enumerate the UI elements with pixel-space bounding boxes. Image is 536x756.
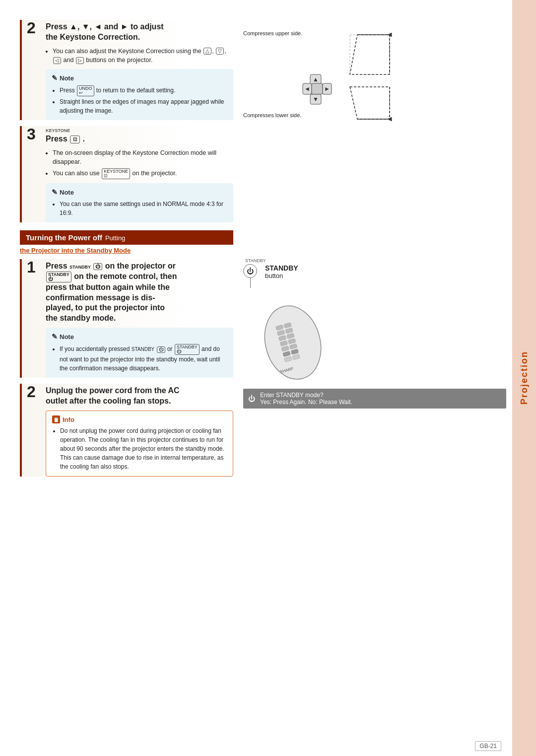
svg-text:►: ► [324,85,330,92]
step-3-row: 3 KEYSTONE Press ⊡ . [27,126,233,144]
step-standby2-info-title: 📋 Info [52,415,227,425]
btn-left-icon: ◁ [53,57,61,64]
step-3-title: KEYSTONE Press ⊡ . [46,128,85,144]
left-column: 2 Press ▲, ▼, ◄ and ► to adjustthe Keyst… [20,20,233,482]
status-text-line1: Enter STANDBY mode? [260,392,352,399]
step-2-number: 2 [27,20,42,36]
main-content: 2 Press ▲, ▼, ◄ and ► to adjustthe Keyst… [20,20,506,741]
section-divider: Turning the Power off Putting [20,230,233,245]
note-icon: ✎ [52,73,58,83]
svg-marker-15 [350,87,390,119]
step-2-title: Press ▲, ▼, ◄ and ► to adjustthe Keyston… [46,22,164,43]
standby-btn-group: ⏻ [243,264,257,288]
step-3-wrapper: 3 KEYSTONE Press ⊡ . The on-screen displ… [20,126,233,222]
svg-text:▼: ▼ [313,96,319,103]
standby-remote-btn: STANDBY⏻ [46,272,71,282]
svg-text:▲: ▲ [313,76,319,83]
step-standby2-title: Unplug the power cord from the ACoutlet … [46,386,180,407]
step-2-note-title: ✎ Note [52,73,227,83]
step-3-note-list: You can use the same settings used in NO… [52,200,227,217]
step-standby1-number: 1 [27,259,42,275]
note-icon-3: ✎ [52,332,58,342]
standby-power-btn: ⏻ [93,263,102,270]
right-column: Compresses upper side. Compresses lower … [243,20,506,482]
step-standby2-number: 2 [27,384,42,400]
keystone-diagram: Compresses upper side. Compresses lower … [243,25,397,159]
section-title: Turning the Power off [26,233,102,242]
standby-note-icon: ⏻ [157,346,165,353]
standby-button-sublabel: button [265,272,298,279]
step-2-row: 2 Press ▲, ▼, ◄ and ► to adjustthe Keyst… [27,20,233,43]
svg-rect-12 [350,35,390,74]
standby-text-group: STANDBY button [265,264,298,279]
standby-button-label: STANDBY [265,264,298,272]
btn-up-icon: △ [203,48,211,55]
btn-right-icon: ▷ [76,57,84,64]
svg-rect-4 [312,83,323,94]
step-standby2-info: 📋 Info Do not unplug the power cord duri… [46,411,233,477]
step-standby1-note: ✎ Note If you accidentally pressed STAND… [46,328,233,378]
step-standby2-row: 2 Unplug the power cord from the ACoutle… [27,384,233,407]
svg-marker-11 [350,35,390,74]
standby-label-above: STANDBY [245,258,506,263]
step-standby1-wrapper: 1 Press STANDBY ⏻ on the projector or ST… [20,259,233,378]
note-icon-2: ✎ [52,187,58,198]
status-bar: ⏻ Enter STANDBY mode? Yes: Press Again. … [243,389,506,409]
step-3-number: 3 [27,126,42,142]
step-standby1-note-list: If you accidentally pressed STANDBY ⏻ or… [52,344,227,373]
info-icon: 📋 [52,415,60,423]
status-text-line2: Yes: Press Again. No: Please Wait. [260,399,352,406]
step-standby1-note-title: ✎ Note [52,332,227,342]
btn-down-icon: ▽ [216,48,224,55]
remote-control-illustration: SHARP [243,293,506,384]
step-2-wrapper: 2 Press ▲, ▼, ◄ and ► to adjustthe Keyst… [20,20,233,120]
right-tab: Projection [512,0,536,756]
standby-note-icon2: STANDBY⏻ [175,344,200,355]
step-3-note-title: ✎ Note [52,187,227,198]
standby-button-area: ⏻ STANDBY button [243,264,506,288]
standby-line [250,278,251,288]
undo-btn-icon: UNDO↩ [77,85,94,96]
keystone-proj-icon: KEYSTONE⊡ [102,168,130,179]
section-subtitle2: the Projector into the Standby Mode [20,247,233,254]
status-power-icon: ⏻ [248,395,255,403]
step-3-bullets: The on-screen display of the Keystone Co… [46,148,233,180]
standby-right-section: STANDBY ⏻ STANDBY button [243,258,506,409]
keystone-btn-icon: ⊡ [70,136,80,143]
step-standby2-wrapper: 2 Unplug the power cord from the ACoutle… [20,384,233,477]
step-standby1-title: Press STANDBY ⏻ on the projector or STAN… [46,261,177,324]
step-standby2-info-list: Do not unplug the power cord during proj… [52,426,227,471]
svg-text:◄: ◄ [304,85,310,92]
step-2-note-box: ✎ Note Press UNDO↩ to return to the defa… [46,69,233,120]
status-text: Enter STANDBY mode? Yes: Press Again. No… [260,392,352,406]
standby-circle-btn: ⏻ [243,264,257,278]
step-2-note-list: Press UNDO↩ to return to the default set… [52,85,227,115]
page-number: GB-21 [475,741,501,751]
step-standby1-row: 1 Press STANDBY ⏻ on the projector or ST… [27,259,233,324]
step-2-bullets: You can also adjust the Keystone Correct… [46,47,233,66]
step-3-note-box: ✎ Note You can use the same settings use… [46,183,233,222]
remote-svg: SHARP [243,293,362,382]
section-subtitle: Putting [105,234,125,242]
two-column-layout: 2 Press ▲, ▼, ◄ and ► to adjustthe Keyst… [20,20,506,482]
keystone-svg: ▲ ◄ ► ▼ [243,25,397,159]
tab-label: Projection [519,351,530,405]
